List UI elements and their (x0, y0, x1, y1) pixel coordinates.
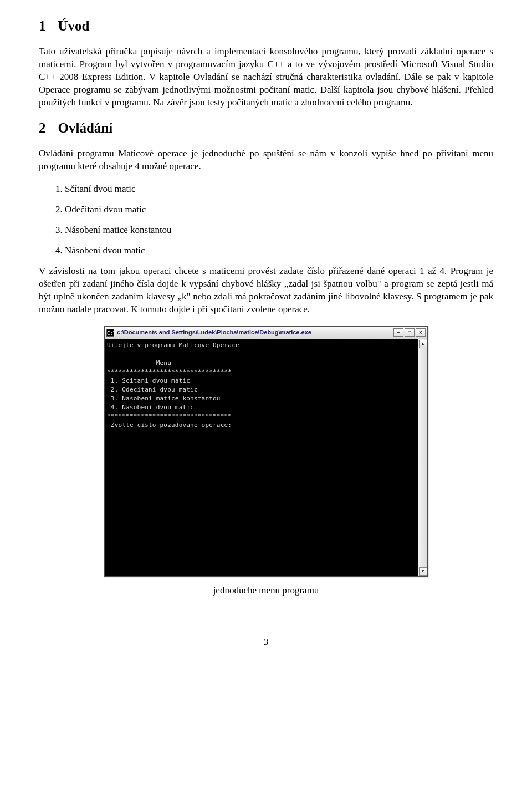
scrollbar[interactable]: ▲ ▼ (418, 339, 427, 576)
page-number: 3 (39, 636, 493, 649)
window-titlebar: C:\ c:\Documents and Settings\Ludek\Ploc… (105, 327, 427, 339)
section-number: 1 (39, 17, 46, 35)
console-client-area: Uitejte v programu Maticove Operace Menu… (105, 339, 427, 576)
section-title: Ovládání (58, 120, 113, 135)
section-heading-ovladani: 2Ovládání (39, 119, 493, 138)
console-output[interactable]: Uitejte v programu Maticove Operace Menu… (105, 339, 418, 576)
list-item: 1. Sčítaní dvou matic (55, 183, 493, 196)
section2-after: V závislosti na tom jakou operaci chcete… (39, 265, 493, 316)
section-heading-uvod: 1Úvod (39, 17, 493, 35)
minimize-button[interactable]: – (393, 328, 403, 337)
section-title: Úvod (58, 18, 90, 33)
scroll-up-button[interactable]: ▲ (419, 340, 427, 348)
operations-list: 1. Sčítaní dvou matic 2. Odečítaní dvou … (39, 183, 493, 257)
list-item: 2. Odečítaní dvou matic (55, 204, 493, 216)
maximize-button[interactable]: □ (405, 328, 415, 337)
scroll-down-button[interactable]: ▼ (419, 567, 427, 576)
section1-paragraph: Tato uživatelská příručka popisuje návrc… (39, 45, 493, 109)
window-title: c:\Documents and Settings\Ludek\Plocha\m… (117, 329, 392, 336)
figure-caption: jednoduche menu programu (39, 585, 493, 597)
console-window: C:\ c:\Documents and Settings\Ludek\Ploc… (104, 326, 428, 577)
list-item: 3. Násobení matice konstantou (55, 224, 493, 237)
list-item: 4. Násobení dvou matic (55, 245, 493, 257)
section-number: 2 (39, 119, 46, 138)
close-button[interactable]: × (416, 328, 426, 337)
cmd-icon: C:\ (106, 329, 114, 337)
section2-intro: Ovládání programu Maticové operace je je… (39, 148, 493, 173)
